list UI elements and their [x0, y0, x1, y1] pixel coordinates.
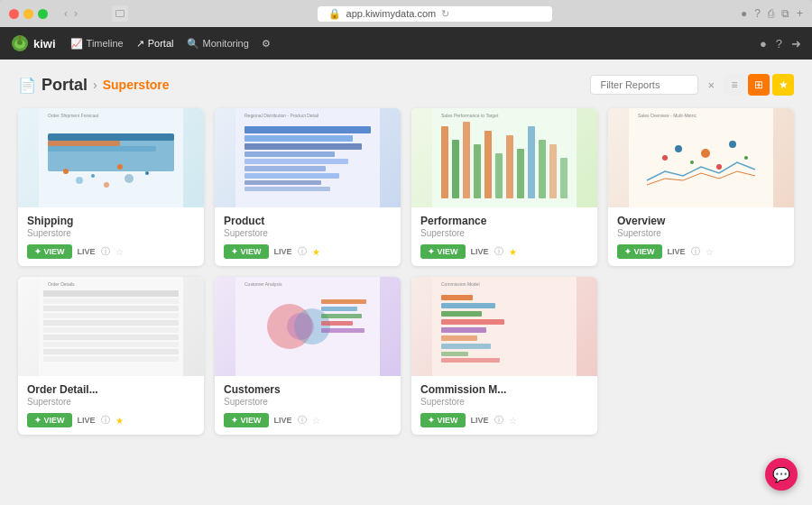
view-button-overview[interactable]: ✦ VIEW	[617, 244, 662, 259]
svg-point-15	[125, 174, 134, 183]
nav-settings[interactable]: ⚙	[262, 38, 271, 50]
svg-text:Order Details: Order Details	[48, 281, 75, 287]
new-tab-icon[interactable]: +	[797, 7, 803, 20]
address-bar-container: 🔒 app.kiwimydata.com ↻	[135, 6, 734, 22]
svg-rect-54	[43, 298, 179, 304]
info-icon-product[interactable]: ⓘ	[298, 245, 307, 258]
report-thumbnail-product: Regional Distribution - Product Detail	[215, 108, 401, 207]
svg-rect-78	[441, 319, 504, 325]
help-toolbar-icon[interactable]: ?	[776, 37, 782, 50]
report-thumbnail-overview: Sales Overview - Multi-Metric	[608, 108, 794, 207]
lock-icon: 🔒	[328, 8, 341, 20]
report-name-performance: Performance	[420, 215, 588, 227]
info-icon-commission[interactable]: ⓘ	[494, 414, 503, 427]
report-actions-product: ✦ VIEW LIVE ⓘ ★	[224, 244, 392, 259]
star-icon-product[interactable]: ★	[312, 247, 320, 257]
svg-rect-57	[43, 320, 179, 326]
nav-monitoring[interactable]: 🔍 Monitoring	[187, 38, 249, 50]
report-info-shipping: Shipping Superstore ✦ VIEW LIVE ⓘ ☆	[18, 207, 204, 266]
view-button-product[interactable]: ✦ VIEW	[224, 244, 269, 259]
help-icon[interactable]: ?	[754, 7, 761, 20]
svg-point-44	[662, 155, 668, 161]
live-badge-shipping: LIVE	[78, 247, 96, 256]
svg-rect-31	[452, 140, 459, 198]
svg-rect-8	[48, 146, 156, 152]
reload-icon[interactable]: ↻	[441, 8, 449, 20]
close-button[interactable]	[9, 9, 19, 19]
report-name-customers: Customers	[224, 383, 392, 396]
svg-rect-22	[245, 152, 335, 157]
svg-point-14	[104, 182, 109, 188]
svg-rect-35	[495, 153, 503, 198]
star-icon-performance[interactable]: ★	[509, 247, 517, 257]
svg-rect-79	[441, 327, 486, 333]
svg-rect-40	[549, 144, 557, 198]
extensions-icon[interactable]: ⧉	[781, 7, 789, 20]
kiwi-logo-icon	[11, 34, 29, 52]
info-icon-overview[interactable]: ⓘ	[691, 245, 700, 258]
view-button-customers[interactable]: ✦ VIEW	[224, 413, 269, 427]
report-name-orderdetail: Order Detail...	[27, 383, 195, 396]
minimize-button[interactable]	[23, 9, 33, 19]
svg-rect-30	[441, 126, 448, 198]
address-bar[interactable]: 🔒 app.kiwimydata.com ↻	[318, 6, 552, 22]
back-button[interactable]: ‹	[62, 7, 69, 20]
info-icon-shipping[interactable]: ⓘ	[101, 245, 110, 258]
star-icon-customers[interactable]: ☆	[312, 416, 320, 426]
svg-point-50	[744, 156, 748, 160]
breadcrumb-current: Superstore	[103, 78, 170, 92]
clear-filter-button[interactable]: ×	[707, 78, 715, 92]
info-icon-customers[interactable]: ⓘ	[298, 414, 307, 427]
star-icon-overview[interactable]: ☆	[706, 247, 714, 257]
report-sub-product: Superstore	[224, 228, 392, 238]
forward-button[interactable]: ›	[72, 7, 79, 20]
favorites-view-toggle[interactable]: ★	[772, 74, 794, 96]
svg-rect-75	[441, 295, 473, 300]
svg-rect-58	[43, 327, 179, 333]
send-icon[interactable]: ➜	[791, 37, 801, 50]
info-icon-performance[interactable]: ⓘ	[494, 245, 503, 258]
svg-rect-60	[43, 342, 179, 347]
star-icon-commission[interactable]: ☆	[509, 416, 517, 426]
report-name-commission: Commission M...	[420, 383, 588, 396]
report-card-customers: Customer Analysis Customers Superstore ✦…	[215, 277, 401, 435]
brand-label: kiwi	[33, 37, 56, 50]
svg-rect-24	[245, 166, 326, 171]
view-button-shipping[interactable]: ✦ VIEW	[27, 244, 72, 259]
star-icon-orderdetail[interactable]: ★	[115, 416, 124, 426]
svg-rect-77	[441, 311, 482, 317]
report-info-performance: Performance Superstore ✦ VIEW LIVE ⓘ ★	[411, 207, 597, 266]
star-icon-shipping[interactable]: ☆	[115, 247, 124, 257]
view-button-performance[interactable]: ✦ VIEW	[420, 244, 466, 259]
report-actions-performance: ✦ VIEW LIVE ⓘ ★	[420, 244, 588, 259]
svg-point-46	[690, 161, 694, 164]
svg-rect-6	[48, 133, 174, 141]
maximize-button[interactable]	[38, 9, 48, 19]
nav-items: 📈 Timeline ↗ Portal 🔍 Monitoring ⚙	[70, 38, 745, 50]
svg-text:Order Shipment Forecast: Order Shipment Forecast	[48, 113, 99, 118]
nav-portal[interactable]: ↗ Portal	[136, 38, 174, 50]
svg-rect-72	[321, 328, 364, 333]
filter-input[interactable]	[590, 75, 698, 95]
page-icon: 📄	[18, 77, 36, 94]
share-icon[interactable]: ⎙	[768, 7, 774, 20]
nav-timeline-label: Timeline	[87, 38, 124, 49]
report-actions-customers: ✦ VIEW LIVE ⓘ ☆	[224, 413, 392, 427]
report-actions-commission: ✦ VIEW LIVE ⓘ ☆	[420, 413, 588, 427]
chat-bubble[interactable]: 💬	[765, 458, 798, 491]
svg-rect-69	[321, 307, 357, 311]
info-icon-orderdetail[interactable]: ⓘ	[101, 414, 110, 427]
view-button-commission[interactable]: ✦ VIEW	[420, 413, 466, 427]
live-badge-overview: LIVE	[668, 247, 686, 256]
view-button-orderdetail[interactable]: ✦ VIEW	[27, 413, 72, 427]
svg-rect-55	[43, 306, 179, 311]
svg-point-49	[729, 141, 736, 148]
account-icon[interactable]: ●	[741, 7, 747, 20]
svg-rect-70	[321, 314, 362, 318]
report-card-commission: Commission Model Commission M... Superst…	[411, 277, 597, 435]
svg-text:Commission Model: Commission Model	[441, 281, 480, 287]
nav-timeline[interactable]: 📈 Timeline	[70, 38, 124, 50]
list-view-toggle[interactable]: ≡	[724, 74, 745, 96]
grid-view-toggle[interactable]: ⊞	[748, 74, 770, 96]
nav-portal-label: Portal	[148, 38, 174, 49]
